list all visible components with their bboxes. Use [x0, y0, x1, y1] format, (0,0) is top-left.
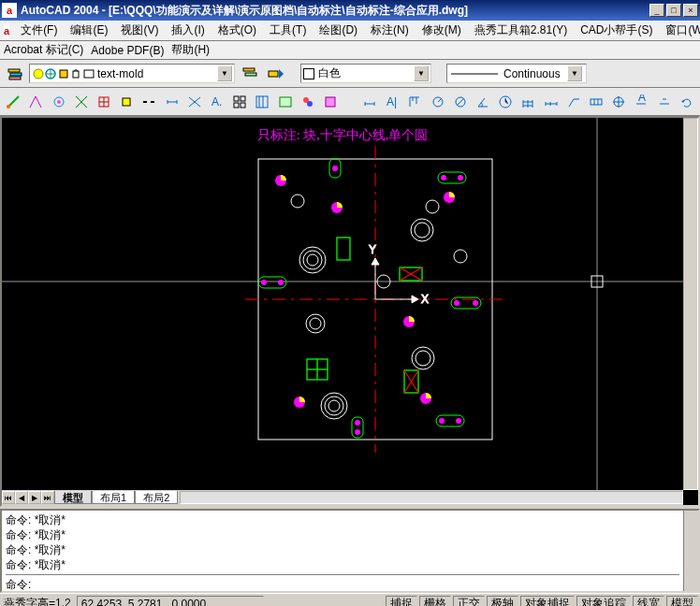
command-text[interactable]: 命令: *取消* 命令: *取消* 命令: *取消* 命令: *取消* 命令:: [2, 511, 683, 591]
layer-dropdown-arrow[interactable]: ▼: [217, 65, 232, 81]
tool-icon-3[interactable]: [49, 91, 67, 112]
dim-radius-icon[interactable]: [429, 91, 447, 112]
menu-draw[interactable]: 绘图(D): [314, 21, 363, 40]
dim-baseline-icon[interactable]: [518, 91, 537, 112]
tool-icon-6[interactable]: [117, 91, 136, 112]
svg-point-80: [473, 300, 478, 306]
linetype-preview-icon: [451, 71, 498, 77]
horizontal-scrollbar[interactable]: [180, 491, 683, 504]
menu-help[interactable]: 帮助(H): [171, 42, 210, 58]
dim-quick-icon[interactable]: [496, 91, 515, 112]
menubar: a 文件(F) 编辑(E) 视图(V) 插入(I) 格式(O) 工具(T) 绘图…: [0, 21, 700, 41]
menu-adobepdf[interactable]: Adobe PDF(B): [91, 44, 164, 57]
menu-acrobat[interactable]: Acrobat 标记(C): [4, 42, 83, 58]
toggle-polar[interactable]: 极轴: [487, 596, 518, 607]
svg-rect-0: [8, 69, 20, 72]
tabs-and-hscroll: ⏮ ◀ ▶ ⏭ 模型 布局1 布局2: [2, 490, 683, 505]
tab-model[interactable]: 模型: [54, 491, 92, 504]
menu-yanxiu[interactable]: 燕秀工具箱2.81(Y): [469, 21, 573, 40]
toggle-otrack[interactable]: 对象追踪: [576, 596, 631, 607]
svg-point-83: [355, 429, 360, 435]
tool-icon-14[interactable]: [299, 91, 317, 112]
layer-status-icons: [32, 66, 97, 81]
status-coords[interactable]: 62.4253, 5.2781 , 0.0000: [77, 596, 264, 607]
toggle-osnap[interactable]: 对象捕捉: [520, 596, 575, 607]
minimize-button[interactable]: _: [649, 4, 664, 17]
layers-toolbar: text-mold ▼ 白色 ▼ Continuous ▼: [0, 60, 700, 88]
dim-aligned-icon[interactable]: A|: [383, 91, 401, 112]
menu-file[interactable]: 文件(F): [15, 21, 63, 40]
layer-name: text-mold: [97, 67, 143, 80]
tool-icon-5[interactable]: [95, 91, 113, 112]
linetype-dropdown-arrow[interactable]: ▼: [567, 65, 582, 81]
tab-layout1[interactable]: 布局1: [92, 491, 135, 504]
svg-point-79: [454, 300, 459, 306]
menu-format[interactable]: 格式(O): [212, 21, 262, 40]
menu-modify[interactable]: 修改(M): [416, 21, 467, 40]
tool-icon-11[interactable]: [230, 91, 249, 112]
tool-icon-4[interactable]: [72, 91, 91, 112]
tool-icon-7[interactable]: [139, 91, 158, 112]
menu-view[interactable]: 视图(V): [115, 21, 164, 40]
menu-window[interactable]: 窗口(W): [660, 21, 700, 40]
tool-icon-10[interactable]: A.: [208, 91, 226, 112]
tab-nav-first[interactable]: ⏮: [2, 491, 15, 504]
layer-manager-button[interactable]: [4, 63, 25, 84]
toggle-ortho[interactable]: 正交: [453, 596, 485, 607]
leader-icon[interactable]: [564, 91, 583, 112]
toggle-snap[interactable]: 捕捉: [386, 596, 417, 607]
tool-icon-15[interactable]: [321, 91, 340, 112]
vertical-scrollbar[interactable]: [683, 118, 698, 490]
tool-icon-1[interactable]: [4, 91, 22, 112]
menu-tools[interactable]: 工具(T): [264, 21, 312, 40]
svg-rect-1: [10, 73, 22, 76]
toggle-grid[interactable]: 栅格: [419, 596, 451, 607]
tool-icon-8[interactable]: [162, 91, 181, 112]
linetype-combo[interactable]: Continuous ▼: [446, 64, 587, 83]
tool-icon-9[interactable]: [185, 91, 204, 112]
dim-angular-icon[interactable]: [474, 91, 492, 112]
tolerance-icon[interactable]: [587, 91, 605, 112]
color-combo[interactable]: 白色 ▼: [300, 64, 431, 83]
close-button[interactable]: ×: [683, 4, 698, 17]
dim-continue-icon[interactable]: [542, 91, 561, 112]
tab-nav-next[interactable]: ▶: [28, 491, 41, 504]
center-mark-icon[interactable]: [609, 91, 628, 112]
maximize-button[interactable]: □: [666, 4, 681, 17]
dim-ordinate-icon[interactable]: [405, 91, 424, 112]
menu-edit[interactable]: 编辑(E): [65, 21, 113, 40]
toggle-model[interactable]: 模型: [666, 596, 698, 607]
dim-edit-icon[interactable]: A: [632, 91, 650, 112]
layer-combo[interactable]: text-mold ▼: [29, 64, 235, 83]
svg-point-85: [439, 418, 445, 424]
dim-linear-icon[interactable]: [360, 91, 379, 112]
svg-rect-7: [84, 70, 94, 78]
dimension-toolbar: A. A| A: [0, 88, 700, 116]
layer-previous-button[interactable]: [264, 63, 285, 84]
command-prompt[interactable]: 命令:: [6, 574, 679, 591]
menu-insert[interactable]: 插入(I): [166, 21, 210, 40]
color-dropdown-arrow[interactable]: ▼: [414, 65, 429, 81]
tool-icon-13[interactable]: [275, 91, 294, 112]
menu-cadhelper[interactable]: CAD小帮手(S): [575, 21, 658, 40]
dim-tedit-icon[interactable]: [655, 91, 674, 112]
drawing-canvas[interactable]: 只标注: 块,十字中心线,单个圆 X Y: [2, 118, 683, 490]
svg-point-73: [441, 175, 446, 180]
svg-rect-31: [591, 99, 602, 105]
svg-text:X: X: [421, 293, 429, 306]
tab-nav-prev[interactable]: ◀: [15, 491, 28, 504]
dim-diameter-icon[interactable]: [451, 91, 470, 112]
menu-dimension[interactable]: 标注(N): [365, 21, 415, 40]
svg-rect-18: [234, 96, 239, 101]
dim-update-icon[interactable]: [678, 91, 696, 112]
tab-layout2[interactable]: 布局2: [135, 491, 178, 504]
command-scrollbar[interactable]: [683, 511, 698, 591]
tab-nav-last[interactable]: ⏭: [41, 491, 54, 504]
toggle-lwt[interactable]: 线宽: [633, 596, 664, 607]
svg-text:A.: A.: [211, 95, 222, 108]
svg-rect-19: [241, 96, 245, 101]
svg-rect-60: [337, 238, 350, 260]
tool-icon-12[interactable]: [253, 91, 271, 112]
tool-icon-2[interactable]: [26, 91, 45, 112]
layer-states-button[interactable]: [239, 63, 260, 84]
